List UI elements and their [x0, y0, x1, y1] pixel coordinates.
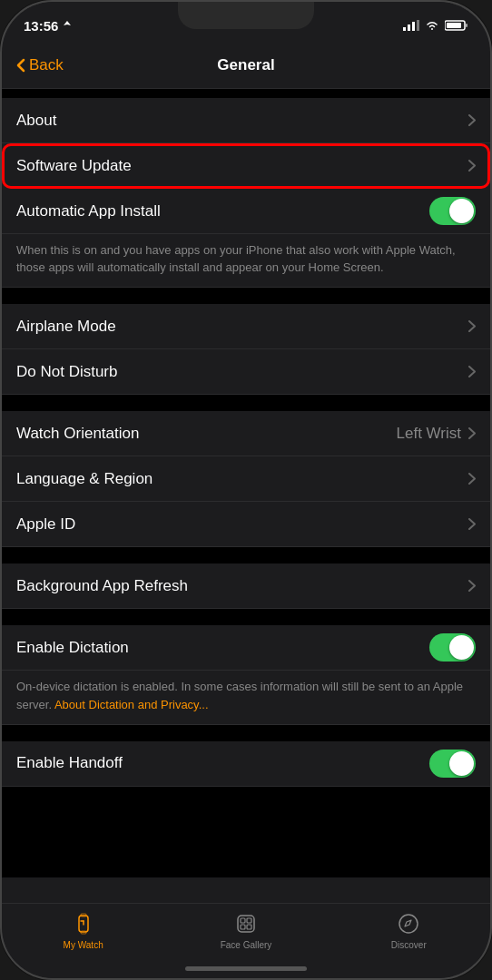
svg-rect-14	[247, 918, 251, 923]
airplane-mode-chevron-icon	[468, 320, 476, 332]
apple-id-label: Apple ID	[16, 515, 468, 534]
face-gallery-tab-label: Face Gallery	[221, 940, 272, 950]
do-not-disturb-chevron-icon	[468, 366, 476, 377]
page-title: General	[217, 56, 274, 74]
background-app-refresh-label: Background App Refresh	[16, 577, 468, 595]
my-watch-icon	[71, 911, 96, 936]
about-row[interactable]: About	[2, 98, 490, 143]
back-label: Back	[29, 56, 64, 74]
notch	[178, 2, 314, 29]
status-icons	[403, 20, 468, 31]
tab-discover[interactable]: Discover	[372, 911, 445, 950]
phone-screen: 13:56	[2, 2, 490, 978]
back-chevron-icon	[16, 58, 25, 73]
do-not-disturb-row[interactable]: Do Not Disturb	[2, 349, 490, 395]
watch-orientation-row[interactable]: Watch Orientation Left Wrist	[2, 411, 490, 456]
automatic-app-install-label: Automatic App Install	[16, 202, 429, 220]
gap-1	[2, 288, 490, 304]
automatic-app-install-toggle[interactable]	[429, 197, 476, 225]
gap-2	[2, 395, 490, 411]
svg-rect-5	[466, 24, 467, 27]
battery-icon	[445, 20, 468, 31]
svg-rect-12	[238, 916, 254, 932]
do-not-disturb-label: Do Not Disturb	[16, 363, 468, 381]
airplane-mode-row[interactable]: Airplane Mode	[2, 304, 490, 349]
auto-install-desc-text: When this is on and you have apps on you…	[16, 243, 456, 274]
scroll-area[interactable]: About Software Update Automatic App Inst…	[2, 89, 490, 978]
section-5: Enable Dictation On-device dictation is …	[2, 625, 490, 724]
toggle-knob	[449, 199, 474, 223]
watch-orientation-chevron-icon	[468, 427, 476, 439]
section-6: Enable Handoff	[2, 741, 490, 787]
apple-id-row[interactable]: Apple ID	[2, 502, 490, 547]
enable-handoff-row[interactable]: Enable Handoff	[2, 741, 490, 787]
phone-frame: 13:56	[0, 0, 492, 980]
language-region-chevron-icon	[468, 473, 476, 485]
handoff-toggle-knob	[449, 751, 474, 776]
screen-body: Back General About Software Update	[2, 42, 490, 978]
dictation-desc-text: On-device dictation is enabled. In some …	[16, 680, 463, 710]
svg-rect-16	[247, 925, 251, 929]
dictation-toggle-knob	[449, 635, 474, 660]
tab-my-watch[interactable]: My Watch	[47, 911, 120, 950]
svg-rect-15	[241, 925, 245, 929]
discover-icon	[396, 911, 421, 936]
wifi-icon	[425, 20, 439, 31]
svg-rect-0	[403, 27, 406, 31]
apple-id-chevron-icon	[468, 518, 476, 530]
software-update-label: Software Update	[16, 157, 468, 175]
gap-4	[2, 609, 490, 625]
gap-3	[2, 547, 490, 564]
enable-dictation-label: Enable Dictation	[16, 639, 429, 657]
time-label: 13:56	[24, 18, 58, 34]
svg-rect-3	[417, 20, 419, 31]
watch-orientation-value: Left Wrist	[397, 425, 461, 443]
watch-orientation-label: Watch Orientation	[16, 425, 397, 443]
svg-rect-6	[447, 23, 461, 28]
svg-point-17	[399, 915, 418, 933]
section-3: Watch Orientation Left Wrist Language & …	[2, 411, 490, 547]
gap-5	[2, 725, 490, 741]
location-icon	[62, 20, 73, 31]
automatic-app-install-row[interactable]: Automatic App Install	[2, 189, 490, 234]
svg-rect-13	[241, 918, 245, 923]
about-label: About	[16, 112, 468, 130]
about-chevron-icon	[468, 114, 476, 126]
back-button[interactable]: Back	[16, 56, 64, 74]
face-gallery-icon	[233, 911, 259, 936]
signal-icon	[403, 20, 419, 31]
language-region-row[interactable]: Language & Region	[2, 456, 490, 502]
software-update-row[interactable]: Software Update	[2, 143, 490, 189]
background-app-refresh-chevron-icon	[468, 580, 476, 592]
software-update-chevron-icon	[468, 160, 476, 172]
tab-face-gallery[interactable]: Face Gallery	[210, 911, 282, 950]
home-indicator	[185, 966, 307, 971]
airplane-mode-label: Airplane Mode	[16, 318, 468, 336]
tab-bar: My Watch Face Gallery	[2, 903, 490, 978]
my-watch-tab-label: My Watch	[64, 940, 103, 950]
section-2: Airplane Mode Do Not Disturb	[2, 304, 490, 395]
status-time: 13:56	[24, 18, 73, 34]
enable-handoff-label: Enable Handoff	[16, 754, 429, 772]
enable-handoff-toggle[interactable]	[429, 750, 476, 778]
nav-bar: Back General	[2, 42, 490, 89]
discover-tab-label: Discover	[391, 940, 427, 950]
background-app-refresh-row[interactable]: Background App Refresh	[2, 564, 490, 609]
svg-rect-1	[408, 24, 410, 31]
enable-dictation-row[interactable]: Enable Dictation	[2, 625, 490, 671]
auto-install-description: When this is on and you have apps on you…	[2, 234, 490, 288]
language-region-label: Language & Region	[16, 470, 468, 488]
section-1: About Software Update Automatic App Inst…	[2, 98, 490, 288]
dictation-description: On-device dictation is enabled. In some …	[2, 671, 490, 724]
section-4: Background App Refresh	[2, 564, 490, 609]
enable-dictation-toggle[interactable]	[429, 633, 476, 662]
dictation-privacy-link[interactable]: About Dictation and Privacy...	[54, 698, 209, 711]
svg-rect-2	[412, 22, 415, 31]
